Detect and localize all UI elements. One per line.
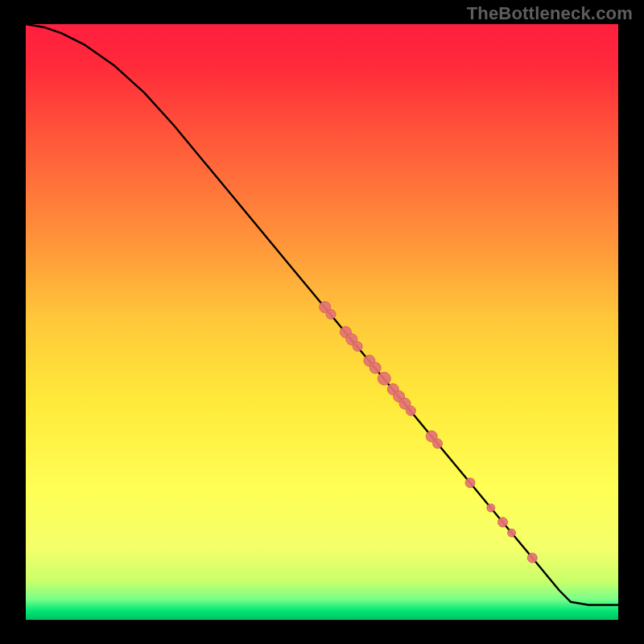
- data-point: [497, 518, 507, 527]
- data-point: [527, 553, 537, 563]
- data-point: [465, 478, 475, 488]
- data-point: [378, 372, 390, 385]
- data-point: [326, 309, 336, 319]
- plot-background: [26, 24, 618, 620]
- data-point: [433, 439, 443, 448]
- data-point: [487, 504, 495, 512]
- chart-stage: TheBottleneck.com: [0, 0, 644, 644]
- data-point: [508, 529, 516, 537]
- data-point: [369, 362, 381, 374]
- data-point: [353, 341, 362, 351]
- chart-svg: [0, 0, 644, 644]
- data-point: [406, 406, 415, 415]
- watermark-text: TheBottleneck.com: [467, 3, 633, 24]
